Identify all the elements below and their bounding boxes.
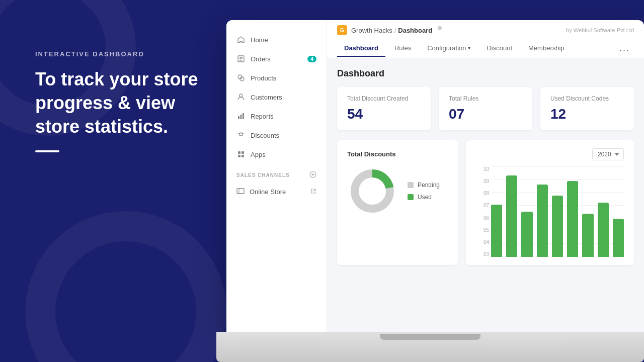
tab-configuration[interactable]: Configuration ▾: [420, 40, 477, 57]
bar-col-3: [521, 166, 532, 257]
stat-card-total-rules: Total Rules 07: [439, 87, 532, 130]
donut-area: Pending Used: [347, 166, 448, 216]
sidebar-item-reports[interactable]: Reports: [226, 107, 327, 126]
camera-dot: [438, 26, 442, 30]
bar-col-2: [506, 166, 517, 257]
stat-card-total-discount: Total Discount Created 54: [337, 87, 431, 130]
left-panel: INTERACTIVE DASHBOARD To track your stor…: [35, 50, 198, 152]
customers-icon: [236, 93, 246, 102]
sidebar-apps-label: Apps: [251, 151, 316, 158]
svg-rect-12: [238, 155, 240, 157]
total-discount-value: 54: [347, 106, 421, 122]
dashboard-title: Dashboard: [337, 68, 634, 79]
svg-rect-11: [242, 151, 244, 154]
top-bar: G Growth Hacks / Dashboard by Webkul Sof…: [327, 20, 644, 58]
dashboard-body: Dashboard Total Discount Created 54 Tota…: [327, 58, 644, 332]
laptop-screen: Home Orders 4: [226, 20, 644, 332]
add-sales-channel-icon[interactable]: [309, 171, 316, 179]
bar-chart-area: 03 04 05 06 07 08 09 10: [476, 166, 624, 257]
svg-rect-10: [238, 151, 240, 154]
used-label: Used: [418, 194, 432, 201]
sidebar-orders-label: Orders: [251, 55, 307, 63]
tab-rules[interactable]: Rules: [387, 40, 418, 57]
year-select[interactable]: 2020 2019 2018: [592, 148, 624, 160]
sidebar-item-products[interactable]: Products: [226, 68, 327, 87]
sidebar-reports-label: Reports: [251, 113, 316, 120]
breadcrumb-app: Growth Hacks: [351, 27, 392, 34]
sales-channels-section: SALES CHANNELS: [226, 164, 327, 182]
tab-dashboard[interactable]: Dashboard: [337, 40, 385, 57]
bar-col-8: [598, 166, 609, 257]
bar-col-9: [613, 166, 624, 257]
bar-1: [491, 205, 502, 257]
bar-col-5: [552, 166, 563, 257]
bar-7: [582, 214, 593, 257]
tab-membership[interactable]: Membership: [521, 40, 572, 57]
total-rules-label: Total Rules: [449, 95, 522, 102]
svg-rect-17: [237, 189, 244, 194]
svg-line-19: [313, 189, 316, 192]
total-discount-label: Total Discount Created: [347, 95, 421, 102]
used-discount-value: 12: [550, 106, 624, 122]
bar-8: [598, 203, 609, 257]
external-link-icon[interactable]: [310, 188, 316, 196]
legend-used: Used: [408, 194, 440, 201]
bar-chart-header: 2020 2019 2018: [476, 148, 624, 160]
sidebar-home-label: Home: [251, 36, 316, 44]
svg-rect-7: [238, 116, 239, 119]
sidebar-item-customers[interactable]: Customers: [226, 87, 327, 107]
orders-badge: 4: [307, 56, 316, 62]
y-label-10: 10: [476, 166, 489, 172]
home-icon: [236, 35, 246, 44]
app-icon: G: [337, 25, 347, 35]
stat-card-used-discount: Used Discount Codes 12: [540, 87, 634, 130]
y-label-03: 03: [476, 251, 489, 257]
sidebar-customers-label: Customers: [251, 94, 316, 101]
bar-col-1: [491, 166, 502, 257]
total-rules-value: 07: [449, 106, 522, 122]
sidebar-item-online-store[interactable]: Online Store: [226, 182, 327, 202]
pending-label: Pending: [418, 182, 440, 189]
legend-pending: Pending: [408, 182, 440, 189]
breadcrumb-page: Dashboard: [398, 27, 432, 34]
tab-more-button[interactable]: ...: [615, 39, 634, 58]
apps-icon: [236, 150, 246, 159]
sidebar-item-orders[interactable]: Orders 4: [226, 49, 327, 68]
donut-card: Total Discounts: [337, 140, 458, 265]
y-label-07: 07: [476, 203, 489, 208]
sidebar-item-apps[interactable]: Apps: [226, 145, 327, 164]
donut-chart: [347, 166, 397, 216]
y-label-08: 08: [476, 191, 489, 196]
sales-channels-label: SALES CHANNELS: [236, 172, 290, 178]
online-store-label: Online Store: [250, 188, 286, 196]
bars-container: [491, 166, 624, 257]
left-label: INTERACTIVE DASHBOARD: [35, 50, 198, 58]
screen-content: Home Orders 4: [226, 20, 644, 332]
svg-rect-13: [242, 155, 244, 157]
tabs-bar: Dashboard Rules Configuration ▾ Discount…: [337, 39, 634, 58]
chevron-down-icon: ▾: [468, 45, 470, 51]
sidebar-item-discounts[interactable]: Discounts: [226, 126, 327, 145]
bar-9: [613, 219, 624, 257]
svg-rect-9: [243, 113, 244, 119]
bar-card: 2020 2019 2018 03 04 05 06: [466, 140, 634, 265]
used-discount-label: Used Discount Codes: [550, 95, 624, 102]
bar-2: [506, 175, 517, 257]
donut-title: Total Discounts: [347, 150, 448, 158]
bar-col-4: [537, 166, 548, 257]
discounts-icon: [236, 131, 246, 140]
tab-discount[interactable]: Discount: [479, 40, 519, 57]
top-bar-header: G Growth Hacks / Dashboard by Webkul Sof…: [337, 25, 634, 35]
stats-row: Total Discount Created 54 Total Rules 07…: [337, 87, 634, 130]
sidebar-item-home[interactable]: Home: [226, 30, 327, 49]
bar-4: [537, 185, 548, 257]
y-axis: 03 04 05 06 07 08 09 10: [476, 166, 489, 257]
bg-decoration-circle-2: [25, 211, 226, 362]
donut-legend: Pending Used: [408, 182, 440, 201]
pending-dot: [408, 182, 414, 188]
bar-3: [521, 212, 532, 257]
sidebar: Home Orders 4: [226, 20, 327, 332]
bar-col-6: [567, 166, 578, 257]
charts-row: Total Discounts: [337, 140, 634, 265]
bar-5: [552, 196, 563, 257]
